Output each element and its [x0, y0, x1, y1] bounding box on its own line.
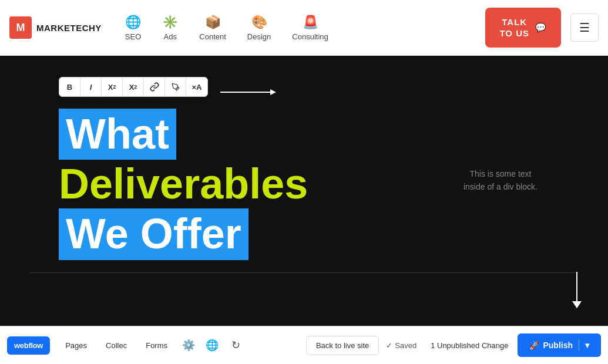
- saved-label: Saved: [395, 341, 416, 350]
- nav-items: 🌐 SEO ✳️ Ads 📦 Content 🎨 Design 🚨 Consul…: [116, 10, 481, 46]
- talk-to-us-button[interactable]: TALK TO US 💬: [485, 8, 561, 48]
- saved-indicator: ✓ Saved: [381, 341, 421, 350]
- nav-label-seo: SEO: [125, 32, 141, 41]
- content-icon: 📦: [205, 15, 221, 30]
- arrow-line: [576, 272, 577, 301]
- publish-label: Publish: [543, 341, 573, 350]
- canvas-content: What Deliverables We Offer: [59, 109, 308, 260]
- header: M MARKETECHY 🌐 SEO ✳️ Ads 📦 Content 🎨 De…: [0, 0, 608, 56]
- refresh-icon-button[interactable]: ↻: [225, 335, 246, 356]
- link-button[interactable]: [144, 77, 165, 96]
- logo-letter: M: [16, 22, 25, 34]
- publish-divider: [579, 339, 579, 351]
- design-icon: 🎨: [251, 15, 267, 30]
- nav-item-design[interactable]: 🎨 Design: [238, 10, 280, 46]
- nav-label-ads: Ads: [164, 32, 177, 41]
- nav-label-content: Content: [199, 32, 226, 41]
- unpublished-badge: 1 Unpublished Change: [424, 341, 515, 350]
- nav-item-consulting[interactable]: 🚨 Consulting: [283, 10, 337, 46]
- bold-button[interactable]: B: [59, 77, 80, 96]
- bottom-bar: webflow Pages Collec Forms ⚙️ 🌐 ↻ Back t…: [0, 326, 608, 364]
- scroll-down-arrow: [572, 272, 582, 308]
- collect-button[interactable]: Collec: [98, 336, 135, 355]
- globe-icon: 🌐: [206, 339, 219, 352]
- logo-area: M MARKETECHY: [9, 16, 102, 39]
- format-toolbar: B I X2 X2 ×A: [59, 77, 208, 97]
- logo-box: M: [9, 16, 32, 39]
- nav-item-ads[interactable]: ✳️ Ads: [153, 10, 187, 46]
- ads-icon: ✳️: [162, 15, 178, 30]
- side-text: This is some text inside of a div block.: [463, 167, 538, 194]
- canvas-area: B I X2 X2 ×A What Deliverables: [0, 56, 608, 326]
- color-button[interactable]: [165, 77, 186, 96]
- seo-icon: 🌐: [125, 15, 141, 30]
- talk-icon: 💬: [535, 22, 547, 33]
- clear-format-button[interactable]: ×A: [186, 77, 207, 96]
- canvas-divider: [29, 272, 579, 273]
- back-to-live-button[interactable]: Back to live site: [306, 336, 379, 355]
- headline-what[interactable]: What: [59, 109, 308, 161]
- nav-label-design: Design: [247, 32, 271, 41]
- pages-button[interactable]: Pages: [57, 336, 95, 355]
- check-icon: ✓: [386, 341, 392, 350]
- arrow-indicator: [217, 86, 276, 100]
- superscript-button[interactable]: X2: [102, 77, 123, 96]
- globe-icon-button[interactable]: 🌐: [201, 335, 223, 356]
- chevron-down-icon: ▾: [585, 341, 589, 350]
- subscript-button[interactable]: X2: [123, 77, 144, 96]
- menu-button[interactable]: ☰: [570, 14, 599, 42]
- nav-item-content[interactable]: 📦 Content: [190, 10, 236, 46]
- svg-marker-1: [270, 89, 276, 95]
- rocket-icon: 🚀: [529, 341, 539, 350]
- arrow-head: [572, 301, 582, 308]
- logo-text: MARKETECHY: [36, 23, 102, 33]
- italic-button[interactable]: I: [80, 77, 102, 96]
- headline-weoffer[interactable]: We Offer: [59, 208, 308, 259]
- webflow-logo: webflow: [7, 336, 50, 355]
- nav-item-seo[interactable]: 🌐 SEO: [116, 10, 150, 46]
- hamburger-icon: ☰: [579, 21, 590, 35]
- forms-button[interactable]: Forms: [137, 336, 176, 355]
- publish-button[interactable]: 🚀 Publish ▾: [518, 333, 601, 357]
- consulting-icon: 🚨: [303, 15, 318, 30]
- headline-deliverables: Deliverables: [59, 161, 308, 207]
- settings-icon: ⚙️: [182, 339, 195, 352]
- settings-icon-button[interactable]: ⚙️: [178, 335, 199, 356]
- talk-btn-text: TALK TO US: [499, 16, 529, 39]
- nav-label-consulting: Consulting: [292, 32, 328, 41]
- refresh-icon: ↻: [231, 339, 240, 352]
